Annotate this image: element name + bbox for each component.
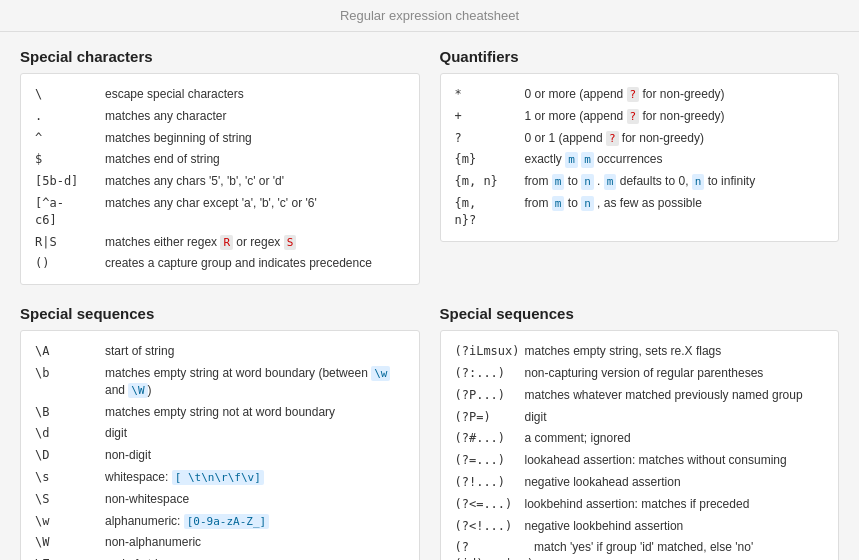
entry-Peq: (?P=) digit bbox=[455, 409, 825, 426]
code-r: R bbox=[220, 235, 233, 250]
entry-b: \b matches empty string at word boundary… bbox=[35, 365, 405, 399]
entry-s: \s whitespace: [ \t\n\r\f\v] bbox=[35, 469, 405, 486]
entry-W: \W non-alphanumeric bbox=[35, 534, 405, 551]
page-title: Regular expression cheatsheet bbox=[340, 8, 519, 23]
entry-or: R|S matches either regex R or regex S bbox=[35, 234, 405, 251]
entry-lookbehind: (?<=...) lookbehind assertion: matches i… bbox=[455, 496, 825, 513]
special-seq2-section: Special sequences (?iLmsux) matches empt… bbox=[440, 305, 840, 560]
entry-neg-lookbehind: (?<!...) negative lookbehind assertion bbox=[455, 518, 825, 535]
entry-caret: ^ matches beginning of string bbox=[35, 130, 405, 147]
special-chars-card: \ escape special characters . matches an… bbox=[20, 73, 420, 285]
special-seq2-card: (?iLmsux) matches empty string, sets re.… bbox=[440, 330, 840, 560]
quantifiers-section: Quantifiers * 0 or more (append ? for no… bbox=[440, 48, 840, 285]
quantifiers-title: Quantifiers bbox=[440, 48, 840, 65]
entry-Z: \Z end of string bbox=[35, 556, 405, 560]
entry-dot: . matches any character bbox=[35, 108, 405, 125]
entry-dollar: $ matches end of string bbox=[35, 151, 405, 168]
entry-conditional: (? (id)yes|no) match 'yes' if group 'id'… bbox=[455, 539, 825, 560]
special-seq1-section: Special sequences \A start of string \b … bbox=[20, 305, 420, 560]
entry-curly-m: {m} exactly m m occurrences bbox=[455, 151, 825, 168]
entry-d: \d digit bbox=[35, 425, 405, 442]
entry-lookahead: (?=...) lookahead assertion: matches wit… bbox=[455, 452, 825, 469]
special-seq2-title: Special sequences bbox=[440, 305, 840, 322]
entry-named-group: (?P...) matches whatever matched previou… bbox=[455, 387, 825, 404]
entry-neg-charset: [^a- c6] matches any char except 'a', 'b… bbox=[35, 195, 405, 229]
entry-star: * 0 or more (append ? for non-greedy) bbox=[455, 86, 825, 103]
entry-B: \B matches empty string not at word boun… bbox=[35, 404, 405, 421]
entry-w: \w alphanumeric: [0-9a-zA-Z_] bbox=[35, 513, 405, 530]
entry-backslash: \ escape special characters bbox=[35, 86, 405, 103]
entry-neg-lookahead: (?!...) negative lookahead assertion bbox=[455, 474, 825, 491]
special-seq1-title: Special sequences bbox=[20, 305, 420, 322]
entry-charset: [5b-d] matches any chars '5', 'b', 'c' o… bbox=[35, 173, 405, 190]
special-seq1-card: \A start of string \b matches empty stri… bbox=[20, 330, 420, 560]
entry-flags: (?iLmsux) matches empty string, sets re.… bbox=[455, 343, 825, 360]
entry-curly-mn-lazy: {m, n}? from m to n , as few as possible bbox=[455, 195, 825, 229]
entry-A: \A start of string bbox=[35, 343, 405, 360]
title-bar: Regular expression cheatsheet bbox=[0, 0, 859, 32]
entry-non-cap: (?:...) non-capturing version of regular… bbox=[455, 365, 825, 382]
entry-S: \S non-whitespace bbox=[35, 491, 405, 508]
entry-plus: + 1 or more (append ? for non-greedy) bbox=[455, 108, 825, 125]
entry-curly-mn: {m, n} from m to n . m defaults to 0, n … bbox=[455, 173, 825, 190]
special-chars-section: Special characters \ escape special char… bbox=[20, 48, 420, 285]
quantifiers-card: * 0 or more (append ? for non-greedy) + … bbox=[440, 73, 840, 242]
code-s: S bbox=[284, 235, 297, 250]
entry-group: () creates a capture group and indicates… bbox=[35, 255, 405, 272]
entry-comment: (?#...) a comment; ignored bbox=[455, 430, 825, 447]
special-chars-title: Special characters bbox=[20, 48, 420, 65]
entry-D: \D non-digit bbox=[35, 447, 405, 464]
entry-question: ? 0 or 1 (append ? for non-greedy) bbox=[455, 130, 825, 147]
